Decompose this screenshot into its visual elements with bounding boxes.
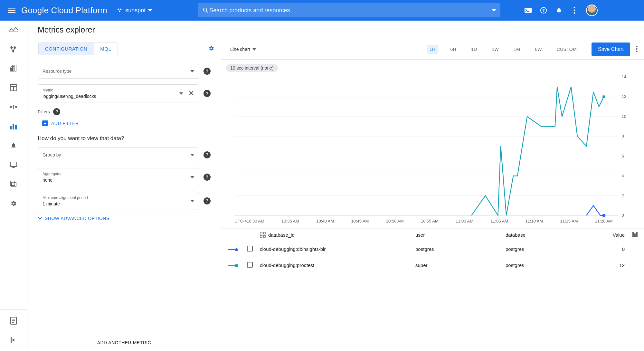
chevron-down-icon — [38, 217, 42, 220]
config-tabs: CONFIGURATION MQL — [38, 43, 118, 55]
config-panel: CONFIGURATION MQL Resource type ? — [27, 39, 221, 351]
svg-rect-17 — [10, 68, 12, 71]
chevron-down-icon[interactable] — [492, 9, 496, 12]
grid-icon — [260, 232, 266, 238]
legend-row[interactable]: cloud-debugging:prodtest super postgres … — [221, 257, 644, 273]
left-nav — [0, 21, 27, 351]
add-filter-button[interactable]: + ADD FILTER — [42, 120, 211, 126]
svg-text:11:10 AM: 11:10 AM — [525, 219, 543, 223]
user-avatar[interactable] — [586, 5, 598, 16]
tab-mql[interactable]: MQL — [94, 43, 118, 55]
svg-point-25 — [13, 105, 14, 106]
search-input[interactable] — [209, 7, 488, 14]
project-selector[interactable]: sunspot — [114, 6, 155, 15]
range-6h[interactable]: 6H — [448, 45, 459, 54]
min-alignment-select[interactable]: Minimum alignment period 1 minute — [38, 192, 199, 210]
nav-services-icon[interactable] — [8, 102, 19, 112]
legend-checkbox[interactable] — [247, 262, 253, 268]
time-ranges: 1H6H1D1W1M6WCUSTOM — [427, 45, 579, 54]
help-icon[interactable]: ? — [204, 197, 211, 204]
svg-text:11:00 AM: 11:00 AM — [456, 219, 473, 223]
svg-text:10:50 AM: 10:50 AM — [386, 219, 404, 223]
nav-docs-icon[interactable] — [8, 316, 19, 326]
range-1d[interactable]: 1D — [469, 45, 480, 54]
help-icon[interactable]: ? — [204, 90, 211, 97]
resource-type-select[interactable]: Resource type — [38, 64, 199, 79]
chevron-down-icon — [190, 200, 194, 202]
help-icon[interactable]: ? — [204, 174, 211, 181]
show-advanced-button[interactable]: SHOW ADVANCED OPTIONS — [38, 216, 211, 221]
nav-resources-icon[interactable] — [8, 44, 19, 54]
group-by-select[interactable]: Group by — [38, 147, 199, 162]
svg-rect-39 — [11, 337, 12, 343]
global-search[interactable] — [198, 3, 500, 17]
chart-type-label: Line chart — [230, 47, 250, 52]
group-by-placeholder: Group by — [43, 152, 190, 157]
legend-db-id: cloud-debugging:dbinsights-blr — [260, 246, 415, 252]
svg-rect-78 — [263, 235, 265, 237]
svg-rect-77 — [260, 235, 262, 237]
interval-chip: 10 sec interval (none) — [226, 64, 278, 72]
svg-rect-1 — [8, 10, 15, 11]
svg-rect-19 — [15, 65, 16, 71]
help-icon[interactable]: ? — [204, 151, 211, 158]
svg-point-3 — [118, 9, 119, 10]
brand-logo[interactable]: Google Cloud Platform — [21, 5, 107, 15]
chevron-down-icon — [190, 176, 194, 178]
range-6w[interactable]: 6W — [532, 45, 545, 54]
more-icon[interactable] — [571, 6, 578, 14]
svg-text:11:15 AM: 11:15 AM — [560, 219, 578, 223]
svg-rect-76 — [263, 232, 265, 234]
legend-database: postgres — [506, 246, 596, 252]
column-picker-icon[interactable] — [625, 232, 638, 238]
svg-rect-33 — [12, 182, 16, 187]
tab-configuration[interactable]: CONFIGURATION — [39, 43, 94, 55]
settings-gear-icon[interactable] — [208, 45, 214, 52]
svg-text:6: 6 — [622, 154, 624, 158]
aggregator-select[interactable]: Aggregator none — [38, 168, 199, 186]
notifications-icon[interactable] — [555, 6, 563, 14]
nav-settings-icon[interactable] — [8, 198, 19, 209]
nav-metrics-icon[interactable] — [8, 63, 19, 73]
metric-select[interactable]: Metric logging/user/pg_deadlocks ✕ — [38, 84, 199, 102]
chart-more-icon[interactable] — [636, 46, 638, 53]
add-another-metric-button[interactable]: ADD ANOTHER METRIC — [27, 334, 221, 351]
top-app-bar: Google Cloud Platform sunspot ? — [0, 0, 644, 21]
chart[interactable]: 02468101214UTC-410:30 AM10:35 AM10:40 AM… — [224, 74, 638, 228]
nav-dashboard-icon[interactable] — [8, 82, 19, 93]
cloud-shell-icon[interactable] — [524, 6, 532, 14]
chevron-down-icon — [190, 154, 194, 156]
svg-text:8: 8 — [622, 134, 624, 138]
legend-database: postgres — [506, 262, 596, 268]
nav-uptime-icon[interactable] — [8, 160, 19, 170]
legend-value: 12 — [596, 262, 625, 268]
legend-checkbox[interactable] — [247, 246, 253, 251]
nav-groups-icon[interactable] — [8, 179, 19, 189]
legend-row[interactable]: cloud-debugging:dbinsights-blr postgres … — [221, 241, 644, 257]
help-icon[interactable]: ? — [540, 6, 547, 14]
nav-collapse-icon[interactable] — [8, 335, 19, 345]
save-chart-button[interactable]: Save Chart — [592, 43, 630, 56]
chart-type-select[interactable]: Line chart — [228, 45, 259, 53]
svg-rect-30 — [10, 162, 17, 166]
range-1w[interactable]: 1W — [489, 45, 501, 54]
nav-overview-icon[interactable] — [8, 24, 19, 35]
svg-text:10:40 AM: 10:40 AM — [316, 219, 334, 223]
nav-alerts-icon[interactable] — [8, 140, 19, 151]
hamburger-menu-icon[interactable] — [6, 5, 17, 15]
help-icon[interactable]: ? — [204, 68, 211, 75]
legend-user: postgres — [415, 246, 506, 252]
range-1h[interactable]: 1H — [427, 45, 438, 54]
advanced-label: SHOW ADVANCED OPTIONS — [45, 216, 109, 221]
nav-metrics-explorer-icon[interactable] — [8, 121, 19, 131]
range-custom[interactable]: CUSTOM — [554, 45, 579, 54]
svg-rect-7 — [527, 11, 529, 12]
range-1m[interactable]: 1M — [511, 45, 523, 54]
clear-metric-icon[interactable]: ✕ — [188, 89, 194, 98]
min-align-label: Minimum alignment period — [43, 195, 190, 200]
svg-point-12 — [574, 12, 575, 14]
svg-marker-40 — [13, 338, 15, 342]
svg-rect-13 — [9, 32, 18, 32]
help-icon[interactable]: ? — [53, 108, 60, 115]
legend-value: 0 — [596, 246, 625, 252]
